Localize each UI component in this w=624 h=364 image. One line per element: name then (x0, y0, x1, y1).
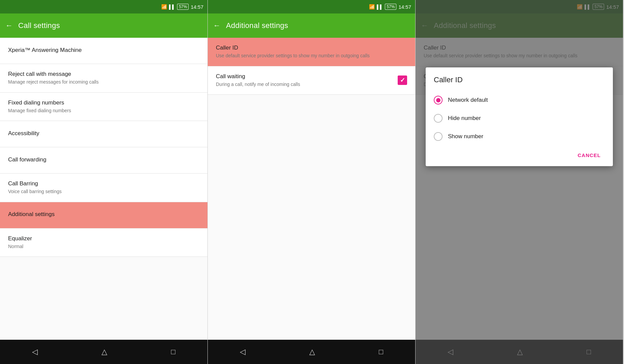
settings-item-xperia[interactable]: Xperia™ Answering Machine (0, 38, 207, 64)
settings-item-fixed-dialing[interactable]: Fixed dialing numbers Manage fixed diali… (0, 93, 207, 121)
settings-item-caller-id[interactable]: Caller ID Use default service provider s… (208, 38, 415, 66)
status-bar-2: 📶 ▌▌ 57% 14:57 (208, 0, 415, 13)
nav-back-1[interactable]: ◁ (32, 347, 38, 356)
settings-item-call-forwarding[interactable]: Call forwarding (0, 147, 207, 174)
settings-item-call-waiting[interactable]: Call waiting During a call, notify me of… (208, 66, 415, 95)
settings-item-call-barring[interactable]: Call Barring Voice call barring settings (0, 174, 207, 202)
radio-option-hide-number[interactable]: Hide number (434, 109, 605, 127)
nav-bar-1: ◁ △ □ (0, 340, 207, 364)
page-title-2: Additional settings (226, 21, 288, 30)
status-time: 14:57 (191, 4, 203, 10)
panel-additional-settings: 📶 ▌▌ 57% 14:57 ← Additional settings Cal… (208, 0, 416, 364)
wifi-icon-2: 📶 (369, 4, 375, 9)
dim-overlay (416, 0, 623, 364)
radio-label-network-default: Network default (448, 97, 488, 103)
page-title-1: Call settings (18, 21, 60, 30)
settings-item-reject-call[interactable]: Reject call with message Manage reject m… (0, 64, 207, 93)
radio-label-hide-number: Hide number (448, 115, 481, 122)
nav-recents-2[interactable]: □ (379, 347, 383, 356)
call-waiting-checkbox[interactable]: ✓ (398, 75, 407, 85)
panel-call-settings: 📶 ▌▌ 57% 14:57 ← Call settings Xperia™ A… (0, 0, 208, 364)
settings-item-additional[interactable]: Additional settings (0, 202, 207, 229)
status-bar-1: 📶 ▌▌ 57% 14:57 (0, 0, 207, 13)
header-bar-1: ← Call settings (0, 13, 207, 38)
dialog-actions: CANCEL (434, 146, 605, 163)
dialog-title: Caller ID (434, 75, 605, 84)
cancel-button[interactable]: CANCEL (574, 150, 605, 161)
content-2: Caller ID Use default service provider s… (208, 38, 415, 340)
back-button-1[interactable]: ← (5, 21, 13, 30)
radio-circle-show-number (434, 132, 443, 141)
wifi-icon: 📶 (161, 4, 167, 9)
settings-item-accessibility[interactable]: Accessibility (0, 121, 207, 147)
back-button-2[interactable]: ← (213, 21, 221, 30)
status-time-2: 14:57 (398, 4, 411, 10)
nav-bar-2: ◁ △ □ (208, 340, 415, 364)
nav-recents-1[interactable]: □ (171, 347, 175, 356)
content-1: Xperia™ Answering Machine Reject call wi… (0, 38, 207, 340)
settings-item-equalizer[interactable]: Equalizer Normal (0, 229, 207, 257)
nav-home-1[interactable]: △ (102, 347, 107, 356)
radio-circle-network-default (434, 96, 443, 104)
signal-icon: ▌▌ (169, 4, 175, 9)
radio-circle-hide-number (434, 114, 443, 123)
nav-home-2[interactable]: △ (309, 347, 315, 356)
header-bar-2: ← Additional settings (208, 13, 415, 38)
battery-indicator: 57% (177, 4, 189, 10)
radio-inner-network-default (436, 98, 441, 102)
caller-id-dialog: Caller ID Network default Hide number Sh… (426, 67, 613, 166)
status-icons-2: 📶 ▌▌ 57% 14:57 (369, 4, 411, 10)
panel-caller-id-dialog: 📶 ▌▌ 57% 14:57 ← Additional settings Cal… (416, 0, 623, 364)
radio-label-show-number: Show number (448, 133, 483, 140)
battery-indicator-2: 57% (385, 4, 396, 10)
nav-back-2[interactable]: ◁ (240, 347, 246, 356)
status-icons-1: 📶 ▌▌ 57% 14:57 (161, 4, 203, 10)
radio-option-network-default[interactable]: Network default (434, 91, 605, 109)
signal-icon-2: ▌▌ (377, 4, 383, 9)
radio-option-show-number[interactable]: Show number (434, 127, 605, 146)
